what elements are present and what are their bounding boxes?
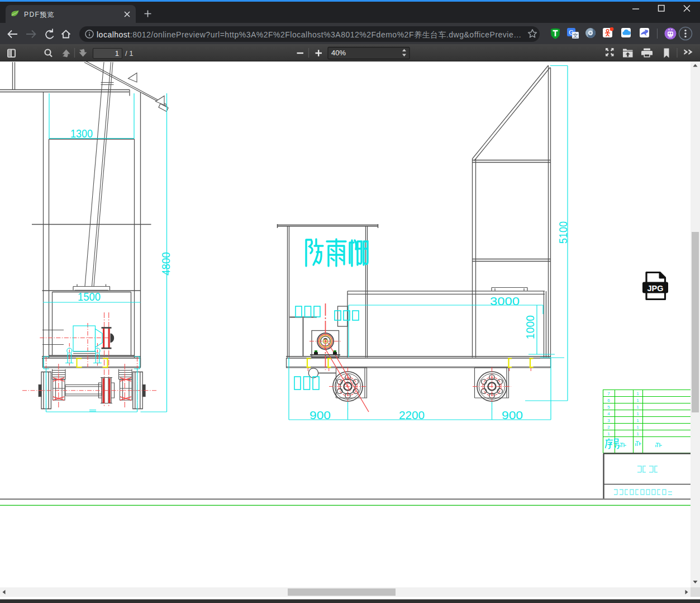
svg-text:3: 3 bbox=[607, 418, 610, 423]
svg-text:JPG: JPG bbox=[647, 284, 663, 293]
svg-text:/ 1: / 1 bbox=[125, 49, 133, 58]
svg-text:文: 文 bbox=[573, 32, 578, 39]
svg-text:900: 900 bbox=[309, 409, 331, 421]
svg-text:1000: 1000 bbox=[524, 315, 536, 339]
svg-text:1: 1 bbox=[636, 418, 639, 423]
svg-text:1: 1 bbox=[636, 431, 639, 436]
svg-text:1: 1 bbox=[636, 391, 639, 396]
svg-text:1: 1 bbox=[607, 431, 610, 436]
svg-text:7: 7 bbox=[607, 391, 610, 396]
svg-text:6: 6 bbox=[607, 398, 610, 403]
svg-text:2: 2 bbox=[607, 425, 610, 430]
svg-text:1: 1 bbox=[636, 398, 639, 403]
svg-text:1: 1 bbox=[636, 425, 639, 430]
svg-text:1: 1 bbox=[636, 405, 639, 410]
svg-text:4800: 4800 bbox=[160, 252, 172, 276]
svg-text:1500: 1500 bbox=[78, 291, 101, 303]
svg-text:5100: 5100 bbox=[557, 221, 569, 244]
svg-text:5: 5 bbox=[607, 405, 610, 410]
svg-text:900: 900 bbox=[502, 409, 523, 421]
svg-text:3000: 3000 bbox=[490, 295, 520, 307]
svg-text:40%: 40% bbox=[331, 49, 346, 57]
svg-text:1: 1 bbox=[636, 411, 639, 416]
svg-text:4: 4 bbox=[607, 411, 610, 416]
svg-text:1300: 1300 bbox=[70, 127, 93, 140]
svg-text:1: 1 bbox=[115, 49, 119, 58]
svg-text:2200: 2200 bbox=[399, 409, 425, 421]
